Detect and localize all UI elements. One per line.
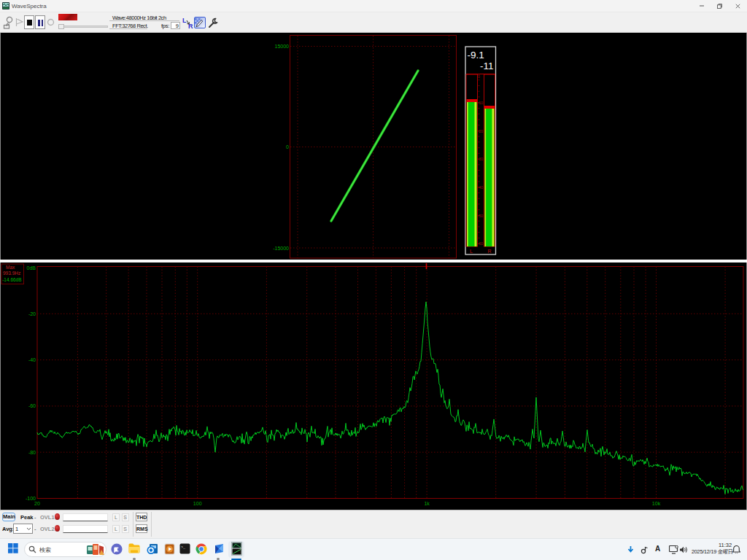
- svg-text:-14.66dB: -14.66dB: [2, 277, 21, 282]
- svg-text:-15000: -15000: [273, 246, 289, 251]
- svg-text:-60: -60: [28, 403, 36, 408]
- svg-text:15000: 15000: [275, 44, 290, 49]
- svg-text:0dB: 0dB: [27, 265, 36, 271]
- svg-text:R: R: [487, 249, 491, 254]
- svg-text:-11: -11: [480, 61, 494, 71]
- svg-text:-10: -10: [478, 101, 483, 105]
- svg-text:-9.1: -9.1: [468, 50, 484, 61]
- svg-text:L: L: [182, 17, 187, 24]
- svg-text:-20: -20: [478, 129, 483, 133]
- svg-text:Max: Max: [6, 265, 15, 270]
- svg-text:0: 0: [286, 144, 289, 149]
- svg-text:-30: -30: [478, 157, 483, 161]
- svg-text:1k: 1k: [424, 501, 430, 506]
- svg-text:-40: -40: [478, 185, 483, 190]
- svg-text:-50: -50: [478, 214, 483, 218]
- svg-text:100: 100: [193, 501, 202, 506]
- svg-text:-20: -20: [28, 311, 36, 316]
- svg-text:-40: -40: [28, 357, 36, 362]
- svg-text:L: L: [470, 249, 473, 254]
- svg-text:0: 0: [478, 74, 480, 79]
- svg-text:10k: 10k: [652, 501, 661, 506]
- svg-text:>_: >_: [181, 545, 186, 550]
- svg-text:-60: -60: [478, 241, 483, 246]
- svg-text:993.9Hz: 993.9Hz: [3, 271, 20, 276]
- svg-text:20: 20: [34, 501, 40, 506]
- svg-text:-80: -80: [28, 450, 36, 455]
